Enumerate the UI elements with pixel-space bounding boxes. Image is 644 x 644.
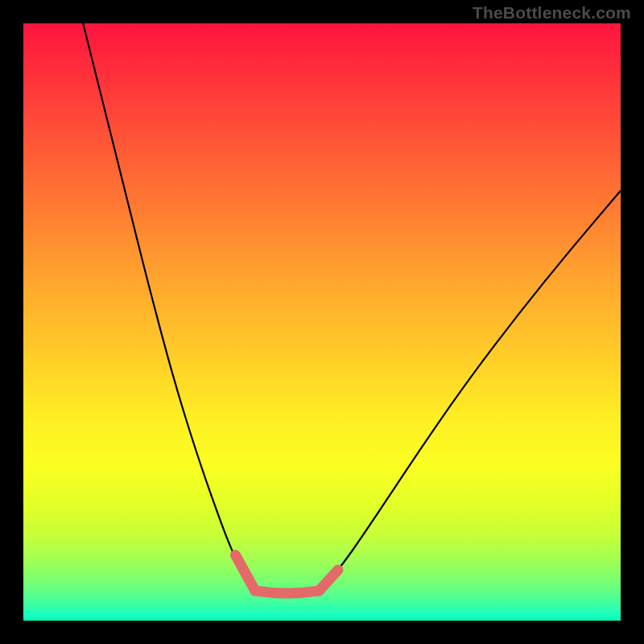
- curve-layer: [23, 23, 621, 621]
- bottleneck-curve: [83, 23, 621, 597]
- watermark-text: TheBottleneck.com: [473, 3, 631, 23]
- highlight-left: [235, 555, 255, 591]
- highlight-floor: [255, 591, 319, 593]
- chart-frame: TheBottleneck.com: [0, 0, 644, 644]
- highlight-right: [319, 570, 338, 591]
- plot-area: [23, 23, 621, 621]
